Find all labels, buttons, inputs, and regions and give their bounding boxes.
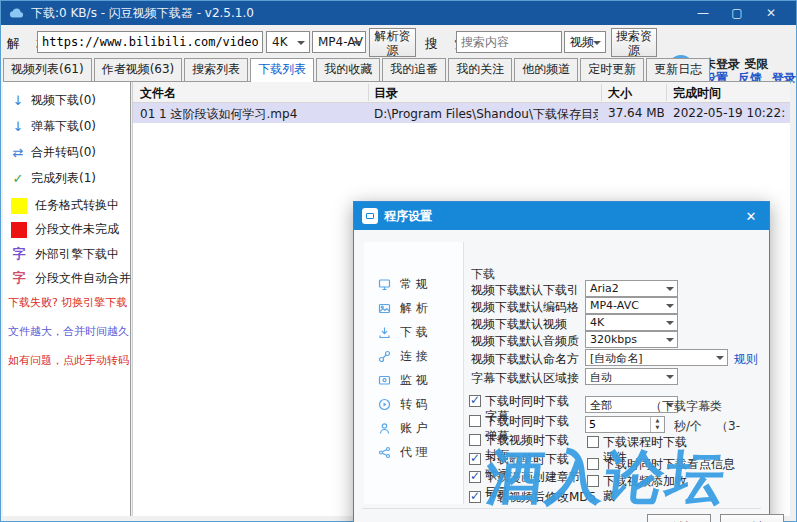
subtitle-type-note: （下载字幕类 bbox=[650, 398, 722, 415]
menu-item-monitor[interactable]: 监 视 bbox=[378, 372, 428, 389]
tab-my-follows[interactable]: 我的关注 bbox=[448, 58, 512, 81]
checkbox-icon bbox=[469, 471, 481, 483]
legend-auto-merge: 字 分段文件自动合并 bbox=[11, 269, 131, 287]
yellow-swatch-icon bbox=[11, 198, 27, 214]
menu-item-account[interactable]: 账 户 bbox=[378, 420, 428, 437]
col-directory[interactable]: 目录 bbox=[374, 85, 398, 102]
subtitle-region-select[interactable]: 自动 bbox=[585, 368, 678, 385]
dialog-close-icon[interactable]: ✕ bbox=[741, 209, 761, 224]
general-icon bbox=[378, 278, 391, 291]
search-input[interactable] bbox=[456, 31, 562, 53]
note-manual-transcode[interactable]: 如有问题，点此手动转码 bbox=[8, 353, 129, 368]
dialog-app-icon bbox=[362, 208, 378, 224]
proxy-icon bbox=[378, 446, 391, 459]
menu-item-connection[interactable]: 连 接 bbox=[378, 348, 428, 365]
danmaku-interval-input[interactable] bbox=[586, 417, 648, 432]
video-quality-select[interactable]: 4K bbox=[585, 314, 678, 331]
sidebar-item-video-download[interactable]: ↓ 视频下载(0) bbox=[11, 92, 96, 109]
cell-filename: 01 1 这阶段该如何学习.mp4 bbox=[140, 106, 364, 123]
cell-size: 37.64 MB bbox=[608, 106, 664, 120]
menu-item-general[interactable]: 常 规 bbox=[378, 276, 428, 293]
app-logo-cloud-icon bbox=[9, 6, 25, 20]
field-label-video-quality: 视频下载默认视频 bbox=[471, 316, 583, 333]
naming-combo[interactable]: [自动命名] bbox=[585, 349, 728, 366]
table-header: 文件名 目录 大小 完成时间 bbox=[133, 82, 790, 103]
sidebar-item-completed-list[interactable]: ✓ 完成列表(1) bbox=[11, 170, 96, 187]
check-icon: ✓ bbox=[11, 171, 25, 186]
purple-char-icon: 字 bbox=[11, 245, 27, 263]
naming-rule-link[interactable]: 规则 bbox=[734, 351, 758, 368]
quality-select[interactable]: 4K bbox=[266, 31, 310, 53]
field-label-subtitle-region: 字幕下载默认区域接 bbox=[471, 370, 583, 387]
menu-item-proxy[interactable]: 代 理 bbox=[378, 444, 428, 461]
col-finished-time[interactable]: 完成时间 bbox=[673, 85, 721, 102]
field-label-naming: 视频下载默认命名方 bbox=[471, 351, 583, 368]
account-icon bbox=[378, 422, 391, 435]
transcode-icon bbox=[378, 398, 391, 411]
checkbox-icon bbox=[469, 491, 481, 503]
tab-changelog[interactable]: 更新日志 bbox=[646, 58, 710, 81]
checkbox-icon bbox=[587, 436, 599, 448]
tab-scheduled-update[interactable]: 定时更新 bbox=[580, 58, 644, 81]
field-label-audio-quality: 视频下载默认音频质 bbox=[471, 333, 583, 350]
search-resource-button[interactable]: 搜索资源 bbox=[611, 28, 657, 57]
tab-search-list[interactable]: 搜索列表 bbox=[184, 58, 248, 81]
toolbar: 解 析 4K MP4-AV 解析资源 搜 索 视频 搜索资源 未登录 受限 设置… bbox=[1, 25, 796, 61]
download-arrow-icon: ↓ bbox=[11, 93, 25, 108]
format-select[interactable]: MP4-AV bbox=[312, 31, 366, 53]
red-swatch-icon bbox=[11, 222, 27, 238]
settings-dialog: 程序设置 ✕ 常 规 解 析 下 载 连 接 监 视 bbox=[353, 201, 770, 522]
col-size[interactable]: 大小 bbox=[608, 85, 632, 102]
tab-my-bangumi[interactable]: 我的追番 bbox=[382, 58, 446, 81]
danmaku-unit-label: 秒/个 bbox=[674, 418, 702, 435]
dialog-title: 程序设置 bbox=[384, 208, 741, 225]
note-switch-engine[interactable]: 下载失败? 切换引擎下载 bbox=[8, 295, 127, 310]
legend-format-converting: 任务格式转换中 bbox=[11, 197, 119, 214]
engine-select[interactable]: Aria2 bbox=[585, 280, 678, 297]
cell-directory: D:\Program Files\Shandou\下载保存目录\ bbox=[374, 106, 598, 123]
confirm-button[interactable]: 确认 bbox=[647, 514, 711, 522]
menu-item-download[interactable]: 下 载 bbox=[378, 324, 428, 341]
checkbox-icon bbox=[469, 434, 481, 446]
checkbox-download-highlight-info[interactable]: 下载时同时下载看点信息 bbox=[587, 457, 767, 472]
search-type-select[interactable]: 视频 bbox=[564, 31, 606, 53]
parse-resource-button[interactable]: 解析资源 bbox=[369, 28, 416, 57]
field-label-engine: 视频下载默认下载引 bbox=[471, 282, 583, 299]
checkbox-icon bbox=[469, 395, 481, 407]
tab-his-channel[interactable]: 他的频道 bbox=[514, 58, 578, 81]
tab-download-list[interactable]: 下载列表 bbox=[250, 58, 314, 82]
danmaku-interval-stepper[interactable]: ▲▼ bbox=[585, 416, 665, 433]
danmaku-range-note: （3- bbox=[716, 418, 740, 435]
title-bar: 下载:0 KB/s - 闪豆视频下载器 - v2.5.1.0 — ▢ ✕ bbox=[1, 1, 796, 25]
minimize-button[interactable]: — bbox=[686, 6, 720, 20]
field-label-codec: 视频下载默认编码格 bbox=[471, 299, 583, 316]
sidebar-item-merge-transcode[interactable]: ⇄ 合并转码(0) bbox=[11, 144, 96, 161]
parse-icon bbox=[378, 302, 391, 315]
checkbox-icon bbox=[469, 415, 481, 427]
tab-my-favorites[interactable]: 我的收藏 bbox=[316, 58, 380, 81]
sidebar-item-danmaku-download[interactable]: ↓ 弹幕下载(0) bbox=[11, 118, 96, 135]
checkbox-add-favorite[interactable]: 下载视频添加收藏 bbox=[587, 474, 695, 504]
maximize-button[interactable]: ▢ bbox=[720, 6, 754, 20]
stepper-arrows-icon[interactable]: ▲▼ bbox=[650, 417, 664, 432]
download-arrow-icon: ↓ bbox=[11, 119, 25, 134]
url-input[interactable] bbox=[37, 31, 263, 53]
dialog-title-bar: 程序设置 ✕ bbox=[354, 202, 769, 230]
red-char-icon: 字 bbox=[11, 269, 27, 287]
codec-select[interactable]: MP4-AVC bbox=[585, 297, 678, 314]
cancel-button[interactable]: 取消 bbox=[720, 514, 784, 522]
menu-item-parse[interactable]: 解 析 bbox=[378, 300, 428, 317]
dialog-footer-divider bbox=[362, 508, 761, 509]
table-row[interactable]: 01 1 这阶段该如何学习.mp4 D:\Program Files\Shand… bbox=[133, 103, 790, 123]
transfer-arrows-icon: ⇄ bbox=[11, 145, 25, 160]
group-label-download: 下载 bbox=[471, 266, 495, 283]
menu-item-transcode[interactable]: 转 码 bbox=[378, 396, 428, 413]
tab-video-list[interactable]: 视频列表(61) bbox=[3, 58, 92, 81]
audio-quality-select[interactable]: 320kbps bbox=[585, 331, 678, 348]
download-icon bbox=[378, 326, 391, 339]
tab-author-videos[interactable]: 作者视频(63) bbox=[94, 58, 183, 81]
settings-menu: 常 规 解 析 下 载 连 接 监 视 转 码 bbox=[364, 242, 464, 504]
close-button[interactable]: ✕ bbox=[754, 6, 788, 20]
cell-finished-time: 2022-05-19 10:22: bbox=[673, 106, 791, 120]
col-filename[interactable]: 文件名 bbox=[140, 85, 176, 102]
